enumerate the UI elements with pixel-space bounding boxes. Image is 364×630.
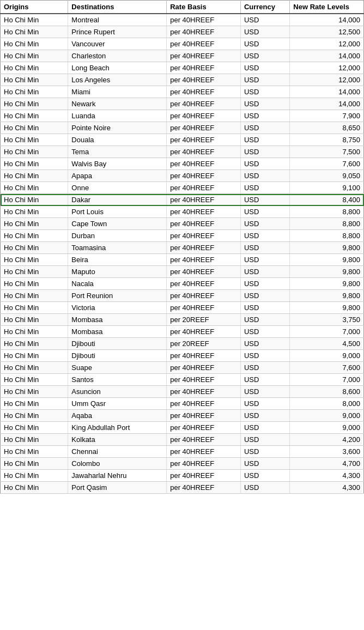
cell-origin: Ho Chi Min: [1, 422, 68, 434]
cell-origin: Ho Chi Min: [1, 50, 68, 62]
table-row[interactable]: Ho Chi MinNewarkper 40HREEFUSD14,000: [1, 98, 364, 110]
table-row[interactable]: Ho Chi MinMaputoper 40HREEFUSD9,800: [1, 266, 364, 278]
cell-origin: Ho Chi Min: [1, 206, 68, 218]
table-row[interactable]: Ho Chi MinDoualaper 40HREEFUSD8,750: [1, 134, 364, 146]
cell-ratebasis: per 40HREEF: [167, 218, 241, 230]
table-row[interactable]: Ho Chi MinChennaiper 40HREEFUSD3,600: [1, 446, 364, 458]
table-row[interactable]: Ho Chi MinLong Beachper 40HREEFUSD12,000: [1, 62, 364, 74]
table-row[interactable]: Ho Chi MinLuandaper 40HREEFUSD7,900: [1, 110, 364, 122]
cell-newrate: 9,800: [290, 266, 364, 278]
cell-destination: King Abdullah Port: [68, 422, 167, 434]
cell-ratebasis: per 40HREEF: [167, 242, 241, 254]
cell-destination: Umm Qasr: [68, 398, 167, 410]
cell-newrate: 7,600: [290, 158, 364, 170]
cell-newrate: 9,050: [290, 170, 364, 182]
table-row[interactable]: Ho Chi MinMombasaper 40HREEFUSD7,000: [1, 326, 364, 338]
table-row[interactable]: Ho Chi MinWalvis Bayper 40HREEFUSD7,600: [1, 158, 364, 170]
table-row[interactable]: Ho Chi MinDjiboutiper 40HREEFUSD9,000: [1, 350, 364, 362]
cell-ratebasis: per 40HREEF: [167, 110, 241, 122]
cell-destination: Suape: [68, 362, 167, 374]
table-row[interactable]: Ho Chi MinAqabaper 40HREEFUSD9,000: [1, 410, 364, 422]
cell-currency: USD: [240, 194, 289, 206]
table-row[interactable]: Ho Chi MinApapaper 40HREEFUSD9,050: [1, 170, 364, 182]
cell-origin: Ho Chi Min: [1, 134, 68, 146]
cell-currency: USD: [240, 302, 289, 314]
table-row[interactable]: Ho Chi MinJawaharlal Nehruper 40HREEFUSD…: [1, 470, 364, 482]
cell-newrate: 8,800: [290, 218, 364, 230]
table-row[interactable]: Ho Chi MinTemaper 40HREEFUSD7,500: [1, 146, 364, 158]
cell-currency: USD: [240, 158, 289, 170]
table-row[interactable]: Ho Chi MinPointe Noireper 40HREEFUSD8,65…: [1, 122, 364, 134]
cell-origin: Ho Chi Min: [1, 446, 68, 458]
table-row[interactable]: Ho Chi MinKing Abdullah Portper 40HREEFU…: [1, 422, 364, 434]
cell-destination: Victoria: [68, 302, 167, 314]
table-row[interactable]: Ho Chi MinMombasaper 20REEFUSD3,750: [1, 314, 364, 326]
cell-origin: Ho Chi Min: [1, 458, 68, 470]
table-row[interactable]: Ho Chi MinCape Townper 40HREEFUSD8,800: [1, 218, 364, 230]
header-currency: Currency: [240, 1, 289, 14]
cell-destination: Santos: [68, 374, 167, 386]
table-row[interactable]: Ho Chi MinOnneper 40HREEFUSD9,100: [1, 182, 364, 194]
table-row[interactable]: Ho Chi MinPort Qasimper 40HREEFUSD4,300: [1, 482, 364, 494]
cell-ratebasis: per 40HREEF: [167, 98, 241, 110]
table-row[interactable]: Ho Chi MinMontrealper 40HREEFUSD14,000: [1, 14, 364, 26]
cell-newrate: 4,500: [290, 338, 364, 350]
table-row[interactable]: Ho Chi MinMiamiper 40HREEFUSD14,000: [1, 86, 364, 98]
cell-origin: Ho Chi Min: [1, 254, 68, 266]
cell-origin: Ho Chi Min: [1, 230, 68, 242]
table-row[interactable]: Ho Chi MinPrince Rupertper 40HREEFUSD12,…: [1, 26, 364, 38]
table-row[interactable]: Ho Chi MinSantosper 40HREEFUSD7,000: [1, 374, 364, 386]
table-row[interactable]: Ho Chi MinPort Reunionper 40HREEFUSD9,80…: [1, 290, 364, 302]
table-row[interactable]: Ho Chi MinColomboper 40HREEFUSD4,700: [1, 458, 364, 470]
table-row[interactable]: Ho Chi MinNacalaper 40HREEFUSD9,800: [1, 278, 364, 290]
cell-ratebasis: per 20REEF: [167, 314, 241, 326]
cell-origin: Ho Chi Min: [1, 482, 68, 494]
cell-destination: Long Beach: [68, 62, 167, 74]
table-row[interactable]: Ho Chi MinVictoriaper 40HREEFUSD9,800: [1, 302, 364, 314]
cell-destination: Vancouver: [68, 38, 167, 50]
cell-origin: Ho Chi Min: [1, 38, 68, 50]
cell-newrate: 8,750: [290, 134, 364, 146]
cell-newrate: 14,000: [290, 50, 364, 62]
cell-currency: USD: [240, 386, 289, 398]
cell-destination: Luanda: [68, 110, 167, 122]
cell-destination: Aqaba: [68, 410, 167, 422]
table-row[interactable]: Ho Chi MinDurbanper 40HREEFUSD8,800: [1, 230, 364, 242]
table-row[interactable]: Ho Chi MinDjiboutiper 20REEFUSD4,500: [1, 338, 364, 350]
cell-origin: Ho Chi Min: [1, 434, 68, 446]
cell-newrate: 9,800: [290, 290, 364, 302]
cell-origin: Ho Chi Min: [1, 410, 68, 422]
cell-newrate: 9,800: [290, 254, 364, 266]
table-row[interactable]: Ho Chi MinVancouverper 40HREEFUSD12,000: [1, 38, 364, 50]
table-row[interactable]: Ho Chi MinUmm Qasrper 40HREEFUSD8,000: [1, 398, 364, 410]
cell-newrate: 4,700: [290, 458, 364, 470]
table-row[interactable]: Ho Chi MinToamasinaper 40HREEFUSD9,800: [1, 242, 364, 254]
table-row[interactable]: Ho Chi MinCharlestonper 40HREEFUSD14,000: [1, 50, 364, 62]
table-row[interactable]: Ho Chi MinDakarper 40HREEFUSD8,400: [1, 194, 364, 206]
cell-currency: USD: [240, 134, 289, 146]
cell-origin: Ho Chi Min: [1, 86, 68, 98]
cell-origin: Ho Chi Min: [1, 302, 68, 314]
cell-origin: Ho Chi Min: [1, 74, 68, 86]
cell-origin: Ho Chi Min: [1, 110, 68, 122]
cell-currency: USD: [240, 98, 289, 110]
cell-destination: Jawaharlal Nehru: [68, 470, 167, 482]
table-row[interactable]: Ho Chi MinAsuncionper 40HREEFUSD8,600: [1, 386, 364, 398]
table-row[interactable]: Ho Chi MinKolkataper 40HREEFUSD4,200: [1, 434, 364, 446]
cell-destination: Toamasina: [68, 242, 167, 254]
cell-destination: Miami: [68, 86, 167, 98]
cell-ratebasis: per 40HREEF: [167, 14, 241, 26]
table-row[interactable]: Ho Chi MinPort Louisper 40HREEFUSD8,800: [1, 206, 364, 218]
cell-ratebasis: per 40HREEF: [167, 350, 241, 362]
table-row[interactable]: Ho Chi MinLos Angelesper 40HREEFUSD12,00…: [1, 74, 364, 86]
cell-newrate: 9,000: [290, 422, 364, 434]
cell-ratebasis: per 40HREEF: [167, 326, 241, 338]
cell-newrate: 14,000: [290, 86, 364, 98]
cell-origin: Ho Chi Min: [1, 98, 68, 110]
table-row[interactable]: Ho Chi MinBeiraper 40HREEFUSD9,800: [1, 254, 364, 266]
cell-destination: Mombasa: [68, 326, 167, 338]
cell-destination: Mombasa: [68, 314, 167, 326]
cell-destination: Apapa: [68, 170, 167, 182]
table-row[interactable]: Ho Chi MinSuapeper 40HREEFUSD7,600: [1, 362, 364, 374]
cell-destination: Walvis Bay: [68, 158, 167, 170]
